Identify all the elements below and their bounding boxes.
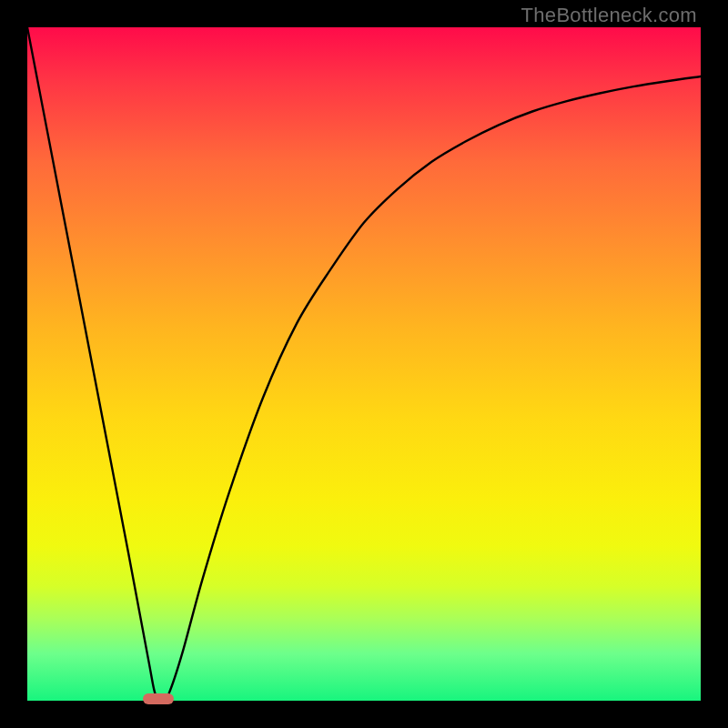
optimal-marker (143, 693, 174, 704)
chart-plot-area (27, 27, 701, 701)
bottleneck-curve (27, 27, 701, 701)
watermark-text: TheBottleneck.com (521, 4, 697, 27)
